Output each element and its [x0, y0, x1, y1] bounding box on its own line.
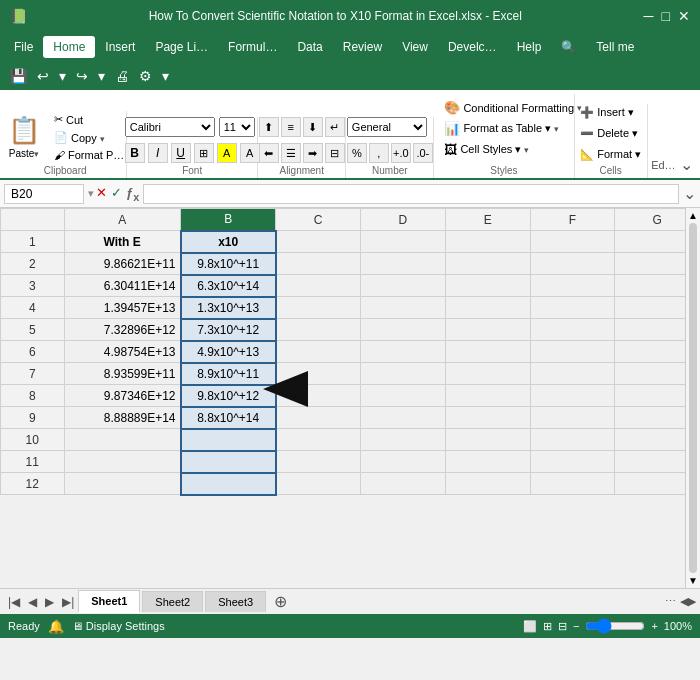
confirm-formula-btn[interactable]: ✓	[111, 185, 122, 203]
cell-f3[interactable]	[530, 275, 615, 297]
insert-function-btn[interactable]: ƒx	[126, 185, 139, 203]
tell-me[interactable]: Tell me	[586, 36, 644, 58]
scroll-tabs-right[interactable]: ▶	[688, 595, 696, 608]
cell-a2[interactable]: 9.86621E+11	[64, 253, 181, 275]
more-qa[interactable]: ▾	[160, 66, 171, 86]
cell-a1[interactable]: With E	[64, 231, 181, 253]
cell-f2[interactable]	[530, 253, 615, 275]
decrease-decimal-btn[interactable]: .0-	[413, 143, 433, 163]
cell-f1[interactable]	[530, 231, 615, 253]
col-header-a[interactable]: A	[64, 209, 181, 231]
cell-e1[interactable]	[445, 231, 530, 253]
cell-a12[interactable]	[64, 473, 181, 495]
tab-sheet1[interactable]: Sheet1	[78, 590, 140, 613]
cell-a9[interactable]: 8.88889E+14	[64, 407, 181, 429]
cell-c6[interactable]	[276, 341, 361, 363]
font-name-select[interactable]: Calibri	[125, 117, 215, 137]
cell-a7[interactable]: 8.93599E+11	[64, 363, 181, 385]
maximize-btn[interactable]: □	[662, 8, 670, 24]
wrap-text-btn[interactable]: ↵	[325, 117, 345, 137]
cell-d11[interactable]	[361, 451, 446, 473]
cell-a6[interactable]: 4.98754E+13	[64, 341, 181, 363]
close-btn[interactable]: ✕	[678, 8, 690, 24]
cell-b9[interactable]: 8.8x10^+14	[181, 407, 276, 429]
customize-qa[interactable]: ⚙	[137, 66, 154, 86]
menu-developer[interactable]: Develc…	[438, 36, 507, 58]
cell-f12[interactable]	[530, 473, 615, 495]
cell-b8[interactable]: 9.8x10^+12	[181, 385, 276, 407]
col-header-b[interactable]: B	[181, 209, 276, 231]
cell-e12[interactable]	[445, 473, 530, 495]
align-bottom-btn[interactable]: ⬇	[303, 117, 323, 137]
cell-f7[interactable]	[530, 363, 615, 385]
cell-b5[interactable]: 7.3x10^+12	[181, 319, 276, 341]
menu-file[interactable]: File	[4, 36, 43, 58]
cell-a5[interactable]: 7.32896E+12	[64, 319, 181, 341]
notifications-icon[interactable]: 🔔	[48, 619, 64, 634]
cell-d4[interactable]	[361, 297, 446, 319]
menu-insert[interactable]: Insert	[95, 36, 145, 58]
delete-cells-btn[interactable]: ➖Delete ▾	[576, 125, 642, 142]
number-format-select[interactable]: General	[347, 117, 427, 137]
cell-b12[interactable]	[181, 473, 276, 495]
cell-d9[interactable]	[361, 407, 446, 429]
cell-f9[interactable]	[530, 407, 615, 429]
cut-btn[interactable]: ✂Cut	[50, 111, 128, 128]
search-icon[interactable]: 🔍	[551, 36, 586, 58]
merge-btn[interactable]: ⊟	[325, 143, 345, 163]
cell-f11[interactable]	[530, 451, 615, 473]
cell-b1[interactable]: x10	[181, 231, 276, 253]
scroll-tabs-left[interactable]: ◀	[680, 595, 688, 608]
cell-e9[interactable]	[445, 407, 530, 429]
add-sheet-btn[interactable]: ⊕	[268, 592, 293, 611]
row-num-3[interactable]: 3	[1, 275, 65, 297]
cell-e11[interactable]	[445, 451, 530, 473]
undo-dropdown[interactable]: ▾	[57, 66, 68, 86]
ribbon-expand-btn[interactable]: ⌄	[680, 155, 693, 174]
row-num-1[interactable]: 1	[1, 231, 65, 253]
align-left-btn[interactable]: ⬅	[259, 143, 279, 163]
sheet-nav-prev[interactable]: ◀	[24, 595, 41, 609]
cell-b3[interactable]: 6.3x10^+14	[181, 275, 276, 297]
cell-c1[interactable]	[276, 231, 361, 253]
scroll-down-btn[interactable]: ▼	[688, 575, 698, 586]
align-center-btn[interactable]: ☰	[281, 143, 301, 163]
cell-f4[interactable]	[530, 297, 615, 319]
underline-btn[interactable]: U	[171, 143, 191, 163]
paste-btn[interactable]: 📋 Paste▾	[2, 111, 46, 163]
row-num-8[interactable]: 8	[1, 385, 65, 407]
cell-d8[interactable]	[361, 385, 446, 407]
cell-a10[interactable]	[64, 429, 181, 451]
zoom-out-btn[interactable]: −	[573, 620, 579, 632]
cell-d1[interactable]	[361, 231, 446, 253]
comma-btn[interactable]: ,	[369, 143, 389, 163]
menu-data[interactable]: Data	[287, 36, 332, 58]
name-box[interactable]	[4, 184, 84, 204]
window-controls[interactable]: ─ □ ✕	[644, 8, 690, 24]
cell-b7[interactable]: 8.9x10^+11	[181, 363, 276, 385]
cell-b11[interactable]	[181, 451, 276, 473]
format-cells-btn[interactable]: 📐Format ▾	[576, 146, 645, 163]
col-header-d[interactable]: D	[361, 209, 446, 231]
view-pagebreak-btn[interactable]: ⊟	[558, 620, 567, 633]
copy-btn[interactable]: 📄Copy ▾	[50, 129, 128, 146]
col-header-c[interactable]: C	[276, 209, 361, 231]
increase-decimal-btn[interactable]: +.0	[391, 143, 411, 163]
italic-btn[interactable]: I	[148, 143, 168, 163]
zoom-in-btn[interactable]: +	[651, 620, 657, 632]
sheet-nav-first[interactable]: |◀	[4, 595, 24, 609]
sheet-more-btn[interactable]: ⋯	[665, 595, 676, 608]
tab-sheet2[interactable]: Sheet2	[142, 591, 203, 612]
cell-b6[interactable]: 4.9x10^+13	[181, 341, 276, 363]
cell-d2[interactable]	[361, 253, 446, 275]
cell-d12[interactable]	[361, 473, 446, 495]
bold-btn[interactable]: B	[125, 143, 145, 163]
cell-c3[interactable]	[276, 275, 361, 297]
formula-input[interactable]	[143, 184, 679, 204]
font-size-select[interactable]: 11	[219, 117, 255, 137]
cell-f5[interactable]	[530, 319, 615, 341]
insert-cells-btn[interactable]: ➕Insert ▾	[576, 104, 638, 121]
cancel-formula-btn[interactable]: ✕	[96, 185, 107, 203]
col-header-f[interactable]: F	[530, 209, 615, 231]
cell-e7[interactable]	[445, 363, 530, 385]
